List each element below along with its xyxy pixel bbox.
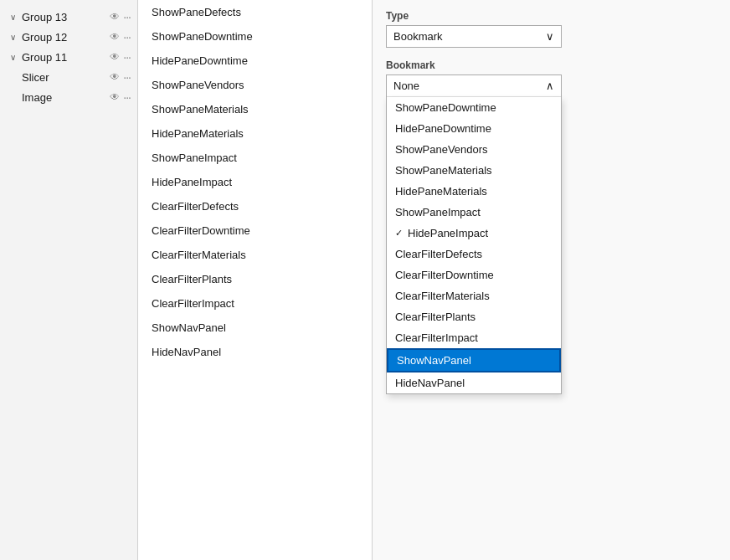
type-value: Bookmark: [393, 30, 443, 43]
bookmark-item-showpanevendors[interactable]: ShowPaneVendors: [387, 139, 561, 160]
bookmark-list: ShowPaneDowntimeHidePaneDowntimeShowPane…: [386, 97, 562, 394]
left-panel: ∨ Group 13 👁 ··· ∨ Group 12 👁 ··· ∨ Grou…: [0, 0, 138, 560]
middle-item-clearfilterdefects[interactable]: ClearFilterDefects: [138, 194, 372, 218]
chevron-down-icon: ∨: [546, 30, 554, 43]
tree-item-group11[interactable]: ∨ Group 11 👁 ···: [0, 47, 137, 67]
tree-item-image[interactable]: Image 👁 ···: [0, 87, 137, 107]
middle-item-clearfilterimpact[interactable]: ClearFilterImpact: [138, 291, 372, 316]
chevron-icon: ∨: [7, 53, 18, 62]
eye-icon: 👁: [110, 31, 120, 43]
bookmark-item-shownavpanel[interactable]: ShowNavPanel: [387, 348, 561, 372]
type-label: Type: [386, 10, 717, 22]
middle-item-clearfiltermaterials[interactable]: ClearFilterMaterials: [138, 243, 372, 267]
middle-panel: ShowPaneDefectsShowPaneDowntimeHidePaneD…: [138, 0, 373, 560]
bookmark-section: Bookmark None ∧ ShowPaneDowntimeHidePane…: [386, 59, 717, 98]
bookmark-item-clearfilterdefects[interactable]: ClearFilterDefects: [387, 244, 561, 265]
bookmark-label: Bookmark: [386, 59, 717, 71]
middle-item-clearfilterplants[interactable]: ClearFilterPlants: [138, 267, 372, 291]
bookmark-dropdown[interactable]: None ∧ ShowPaneDowntimeHidePaneDowntimeS…: [386, 74, 562, 98]
middle-item-hidepanematerials[interactable]: HidePaneMaterials: [138, 121, 372, 146]
more-icon[interactable]: ···: [123, 30, 131, 44]
bookmark-item-showpanedowntime[interactable]: ShowPaneDowntime: [387, 97, 561, 118]
chevron-up-icon: ∧: [546, 80, 554, 92]
bookmark-item-clearfiltermaterials[interactable]: ClearFilterMaterials: [387, 285, 561, 306]
chevron-icon: ∨: [7, 33, 18, 42]
bookmark-item-clearfilterimpact[interactable]: ClearFilterImpact: [387, 327, 561, 348]
bookmark-item-hidenavpanel[interactable]: HideNavPanel: [387, 372, 561, 393]
more-icon[interactable]: ···: [123, 50, 131, 64]
middle-item-showpanedowntime[interactable]: ShowPaneDowntime: [138, 24, 372, 49]
type-select[interactable]: Bookmark ∨: [386, 25, 562, 48]
eye-icon: 👁: [110, 71, 120, 83]
middle-item-shownavpanel[interactable]: ShowNavPanel: [138, 316, 372, 340]
bookmark-item-clearfilterdowntime[interactable]: ClearFilterDowntime: [387, 265, 561, 285]
bookmark-item-showpanematerials[interactable]: ShowPaneMaterials: [387, 160, 561, 181]
eye-icon: 👁: [110, 11, 120, 23]
middle-item-showpanedefects[interactable]: ShowPaneDefects: [138, 0, 372, 24]
tree-label: Slicer: [22, 71, 106, 84]
more-icon[interactable]: ···: [123, 70, 131, 84]
bookmark-item-hidepaneimpact[interactable]: ✓HidePaneImpact: [387, 223, 561, 244]
tree-label: Group 12: [22, 31, 106, 44]
middle-item-showpanematerials[interactable]: ShowPaneMaterials: [138, 97, 372, 121]
bookmark-item-showpaneimpact[interactable]: ShowPaneImpact: [387, 202, 561, 223]
bookmark-header[interactable]: None ∧: [387, 75, 561, 97]
tree-label: Group 13: [22, 11, 106, 23]
eye-icon: 👁: [110, 91, 120, 103]
bookmark-item-clearfilterplants[interactable]: ClearFilterPlants: [387, 306, 561, 327]
right-panel: Type Bookmark ∨ Bookmark None ∧ ShowPane…: [373, 0, 730, 560]
more-icon[interactable]: ···: [123, 90, 131, 104]
more-icon[interactable]: ···: [123, 10, 131, 23]
middle-item-hidenavpanel[interactable]: HideNavPanel: [138, 340, 372, 364]
tree-item-group12[interactable]: ∨ Group 12 👁 ···: [0, 27, 137, 47]
tree-item-slicer[interactable]: Slicer 👁 ···: [0, 67, 137, 87]
tree-label: Image: [22, 91, 106, 104]
bookmark-value: None: [393, 80, 419, 92]
middle-item-hidepaneimpact[interactable]: HidePaneImpact: [138, 170, 372, 194]
tree-label: Group 11: [22, 51, 106, 64]
checkmark-icon: ✓: [395, 228, 403, 239]
bookmark-item-hidepanedowntime[interactable]: HidePaneDowntime: [387, 118, 561, 139]
middle-item-clearfilterdowntime[interactable]: ClearFilterDowntime: [138, 218, 372, 243]
tree-item-group13[interactable]: ∨ Group 13 👁 ···: [0, 7, 137, 27]
middle-item-showpaneimpact[interactable]: ShowPaneImpact: [138, 146, 372, 170]
eye-icon: 👁: [110, 51, 120, 63]
bookmark-item-hidepanematerials[interactable]: HidePaneMaterials: [387, 181, 561, 202]
chevron-icon: ∨: [7, 13, 18, 22]
middle-item-hidepanedowntime[interactable]: HidePaneDowntime: [138, 49, 372, 73]
middle-item-showpanevendors[interactable]: ShowPaneVendors: [138, 73, 372, 97]
